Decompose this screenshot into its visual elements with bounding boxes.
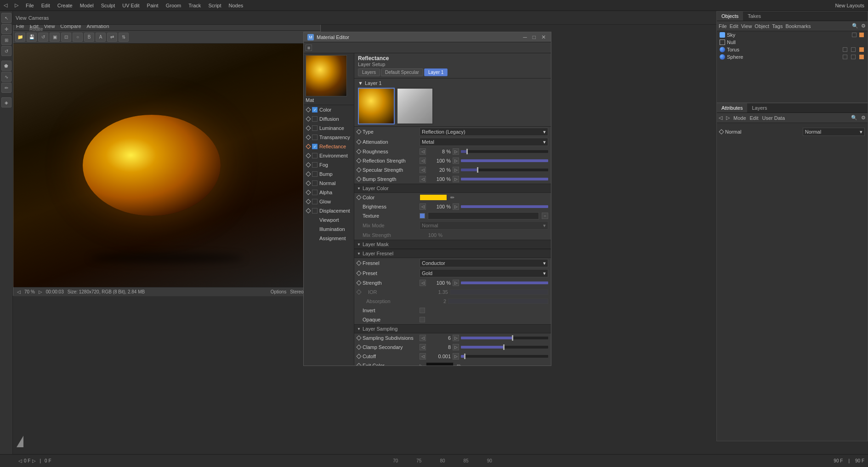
ch-environment[interactable]: Environment [304,151,354,160]
prop-clamp-left[interactable]: ◁ [420,344,426,350]
ch-glow[interactable]: Glow [304,197,354,206]
vp-cameras-menu[interactable]: Cameras [28,15,49,21]
prop-fstrength-left[interactable]: ◁ [420,280,426,286]
obj-menu-edit[interactable]: Edit [730,23,738,29]
pv-tb-circle[interactable]: ○ [73,33,83,42]
prop-exitcol-swatch[interactable] [426,362,454,366]
prop-sampsubdiv-handle[interactable] [512,335,513,341]
obj-torus-vis1[interactable] [843,47,847,52]
menu-track[interactable]: Track [188,3,201,8]
prop-roughness-slider[interactable] [461,150,548,153]
attr-userdata-label[interactable]: User Data [762,115,785,121]
obj-menu-file[interactable]: File [719,23,727,29]
ch-displacement[interactable]: Displacement [304,206,354,215]
obj-sky[interactable]: Sky [717,31,868,39]
attr-filter-btn[interactable]: ⚙ [861,115,866,121]
vp-view-menu[interactable]: View [16,15,27,21]
prop-attenuation-dropdown[interactable]: Metal ▾ [420,138,548,146]
prop-texture-slot[interactable] [428,212,539,219]
prop-color-swatch[interactable] [420,194,447,201]
ch-displacement-check[interactable] [312,208,318,214]
attr-search-btn[interactable]: 🔍 [851,115,857,121]
menu-new-layouts[interactable]: New Layouts [835,3,864,8]
obj-torus[interactable]: Torus [717,46,868,53]
toolbar-polygon[interactable]: ⬟ [1,61,11,71]
pv-tb-refresh[interactable]: ↺ [38,33,48,42]
pv-tb-b[interactable]: B [84,33,94,42]
ch-reflectance-check[interactable]: ✓ [312,144,318,149]
obj-menu-bookmarks[interactable]: Bookmarks [785,23,811,29]
ch-color-check[interactable]: ✓ [312,107,318,113]
tl-back[interactable]: ◁ [18,458,22,463]
menu-file[interactable]: File [26,3,34,8]
obj-menu-view[interactable]: View [741,23,752,29]
pv-options[interactable]: Options [271,289,286,294]
prop-spec-slider[interactable] [461,169,548,171]
layer-color-header[interactable]: ▼ Layer Color [354,184,551,193]
layer-fresnel-header[interactable]: ▼ Layer Fresnel [354,249,551,258]
menu-edit[interactable]: Edit [41,3,50,8]
pv-tb-a[interactable]: A [96,33,106,42]
ch-glow-check[interactable] [312,199,318,204]
pv-tb-save[interactable]: 💾 [27,33,37,42]
menu-nodes[interactable]: Nodes [229,3,244,8]
objects-tab[interactable]: Objects [717,11,743,21]
ch-alpha-check[interactable] [312,190,318,195]
ch-bump-check[interactable] [312,171,318,177]
layer-mask-header[interactable]: ▼ Layer Mask [354,240,551,249]
attr-tab-layers[interactable]: Layers [747,103,772,113]
tab-default-specular[interactable]: Default Specular [381,68,423,76]
toolbar-obj[interactable]: ◈ [1,97,11,107]
prop-refl-slider[interactable] [461,159,548,162]
tab-layer1[interactable]: Layer 1 [424,68,448,76]
obj-menu-tags[interactable]: Tags [772,23,783,29]
prop-cutoff-left[interactable]: ◁ [420,353,426,360]
prop-type-dropdown[interactable]: Reflection (Legacy) ▾ [420,128,548,136]
prop-spec-handle[interactable] [477,167,478,173]
layer-sampling-header[interactable]: ▼ Layer Sampling [354,324,551,333]
pv-tb-region[interactable]: ⊡ [61,33,71,42]
pv-tb-render[interactable]: ▣ [50,33,60,42]
menu-paint[interactable]: Paint [147,3,159,8]
app-forward-btn[interactable]: ▷ [15,2,18,8]
prop-sampsubdiv-left[interactable]: ◁ [420,335,426,341]
ch-transparency-check[interactable] [312,135,318,140]
pv-tb-folder[interactable]: 📁 [15,33,25,42]
obj-torus-tag[interactable] [859,47,864,52]
me-hamburger[interactable]: ≡ [306,45,312,51]
ch-luminance-check[interactable] [312,125,318,131]
prop-bump-left[interactable]: ◁ [420,176,426,182]
obj-sphere-vis2[interactable] [851,55,856,59]
layer-prev-gray[interactable] [397,88,433,124]
prop-roughness-right[interactable]: ▷ [453,148,459,155]
prop-cutoff-slider[interactable] [461,355,548,358]
pv-zoom-back[interactable]: ◁ [17,289,21,294]
takes-tab[interactable]: Takes [743,11,766,21]
prop-roughness-left[interactable]: ◁ [420,148,426,155]
obj-null[interactable]: Null [717,39,868,46]
pv-tb-arrows[interactable]: ⇄ [107,33,117,42]
toolbar-move[interactable]: ✛ [1,24,11,34]
prop-opaque-check[interactable] [420,317,425,322]
prop-bright-left[interactable]: ◁ [420,203,426,210]
ch-assignment[interactable]: Assignment [304,234,354,243]
ch-luminance[interactable]: Luminance [304,124,354,133]
prop-bright-right[interactable]: ▷ [453,203,459,210]
menu-model[interactable]: Model [80,3,94,8]
prop-refl-left[interactable]: ◁ [420,158,426,164]
pv-zoom-fwd[interactable]: ▷ [39,289,42,294]
obj-sky-tag[interactable] [859,33,864,37]
ch-viewport[interactable]: Viewport [304,215,354,225]
attr-tab-attributes[interactable]: Attributes [717,103,747,113]
layer1-check[interactable]: ▼ [358,80,363,86]
tab-layers[interactable]: Layers [358,68,380,76]
obj-torus-vis2[interactable] [851,47,856,52]
prop-preset-dropdown[interactable]: Gold ▾ [420,269,548,277]
menu-sculpt[interactable]: Sculpt [101,3,115,8]
ch-diffusion-check[interactable] [312,116,318,122]
menu-script[interactable]: Script [208,3,221,8]
prop-clamp-slider[interactable] [461,346,548,349]
prop-cutoff-handle[interactable] [464,354,465,359]
prop-cutoff-right[interactable]: ▷ [453,353,459,360]
prop-bump-slider[interactable] [461,178,548,180]
